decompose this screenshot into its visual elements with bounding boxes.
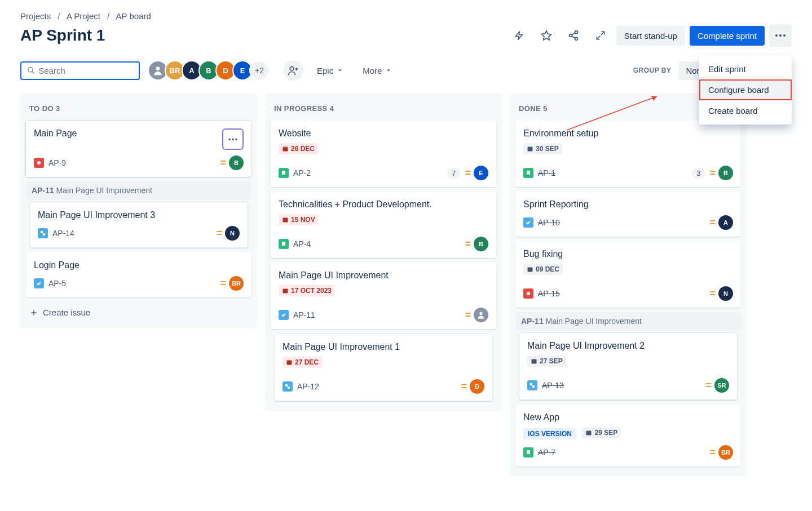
assignee-avatar[interactable]: B (718, 166, 733, 180)
automation-icon[interactable] (508, 24, 531, 47)
issue-card[interactable]: Sprint Reporting AP-10 = A (515, 192, 741, 237)
svg-rect-35 (532, 359, 537, 364)
issue-key: AP-7 (538, 448, 555, 457)
more-filter[interactable]: More (357, 61, 398, 80)
svg-rect-20 (41, 231, 43, 233)
column-done: DONE 5 Environment setup 30 SEP AP-1 3 =… (510, 93, 747, 477)
issue-card[interactable]: Environment setup 30 SEP AP-1 3 = B (515, 121, 741, 187)
card-title: New App (523, 412, 733, 423)
assignee-avatar[interactable]: B (474, 237, 488, 251)
complete-sprint-button[interactable]: Complete sprint (690, 26, 765, 46)
priority-icon: = (216, 228, 220, 239)
page-header: AP Sprint 1 Start stand-up Complete spri… (20, 24, 792, 47)
estimate-badge: 3 (692, 168, 705, 179)
epic-filter[interactable]: Epic (311, 61, 349, 80)
assignee-avatar[interactable]: D (470, 379, 484, 394)
group-by-label: GROUP BY (633, 66, 672, 74)
configure-board-item[interactable]: Configure board (699, 79, 792, 100)
due-date-badge: 09 DEC (523, 264, 563, 275)
svg-point-1 (569, 34, 572, 37)
more-actions-button[interactable] (769, 24, 792, 47)
board: TO DO 3 Main Page AP-9 = B (20, 93, 792, 477)
edit-sprint-item[interactable]: Edit sprint (699, 59, 792, 79)
issue-card[interactable]: Main Page UI Improvement 3 AP-14 = N (29, 202, 248, 248)
svg-line-11 (32, 72, 34, 74)
issue-card[interactable]: Main Page AP-9 = B (26, 121, 251, 177)
issue-card[interactable]: New App IOS VERSION 29 SEP AP-7 = BR (515, 405, 741, 466)
issue-card[interactable]: Main Page UI Improvement 2 27 SEP AP-13 … (519, 332, 738, 400)
create-board-item[interactable]: Create board (699, 100, 792, 121)
assignee-avatar[interactable]: SR (714, 378, 729, 393)
due-date-badge: 27 SEP (527, 356, 566, 367)
calendar-icon (282, 287, 289, 294)
story-icon (279, 239, 289, 249)
priority-icon: = (709, 167, 714, 179)
issue-card[interactable]: Technicalities + Product Development. 15… (271, 192, 496, 258)
calendar-icon (531, 358, 537, 365)
subtask-icon (527, 380, 537, 390)
add-user-button[interactable] (283, 60, 303, 81)
avatar-more[interactable]: +2 (249, 60, 270, 81)
avatar-group: BR A B D E +2 (148, 60, 270, 81)
svg-rect-21 (43, 233, 45, 235)
story-icon (523, 168, 533, 178)
issue-card[interactable]: Website 26 DEC AP-2 7 = E (271, 121, 496, 187)
issue-card[interactable]: Main Page UI Improvement 1 27 DEC AP-12 … (274, 334, 493, 401)
breadcrumb-projects[interactable]: Projects (20, 11, 51, 21)
card-title: Login Page (34, 260, 244, 270)
search-icon (27, 66, 35, 75)
issue-key: AP-12 (297, 382, 319, 391)
bug-icon (523, 288, 533, 299)
search-input[interactable] (38, 66, 133, 75)
subtask-icon (283, 381, 293, 392)
task-icon (279, 310, 289, 320)
breadcrumb-board[interactable]: AP board (116, 11, 151, 21)
issue-card[interactable]: Main Page UI Improvement 17 OCT 2023 AP-… (271, 263, 496, 329)
priority-icon: = (465, 238, 469, 250)
search-box[interactable] (20, 61, 140, 80)
bug-icon (34, 158, 44, 168)
assignee-avatar[interactable]: BR (229, 276, 244, 291)
priority-icon: = (465, 309, 469, 321)
assignee-avatar[interactable]: B (229, 155, 244, 170)
calendar-icon (585, 429, 592, 436)
issue-card[interactable]: Bug fixing 09 DEC AP-15 = N (515, 241, 741, 308)
label-badge: IOS VERSION (523, 428, 576, 439)
issue-key: AP-1 (538, 168, 555, 177)
card-actions-button[interactable] (222, 128, 244, 150)
due-date-badge: 30 SEP (523, 143, 562, 154)
breadcrumb-project[interactable]: A Project (67, 11, 100, 21)
assignee-avatar[interactable]: E (474, 166, 488, 180)
svg-point-34 (527, 292, 530, 295)
assignee-avatar[interactable]: BR (718, 445, 733, 460)
svg-rect-26 (283, 218, 288, 223)
page-title: AP Sprint 1 (20, 26, 105, 45)
svg-rect-33 (528, 268, 533, 272)
start-standup-button[interactable]: Start stand-up (616, 26, 685, 46)
swimlane-header[interactable]: AP-11 Main Page UI Improvement (515, 312, 741, 330)
share-icon[interactable] (562, 24, 585, 47)
assignee-avatar[interactable] (474, 308, 488, 322)
svg-rect-31 (288, 386, 290, 389)
board-toolbar: BR A B D E +2 Epic More GROUP BY None In… (20, 60, 792, 81)
story-icon (279, 168, 289, 178)
swimlane-header[interactable]: AP-11 Main Page UI Improvement (26, 181, 251, 199)
issue-key: AP-9 (48, 158, 66, 167)
assignee-avatar[interactable]: N (225, 226, 240, 241)
issue-card[interactable]: Login Page AP-5 = BR (26, 252, 251, 297)
svg-rect-32 (528, 147, 533, 152)
issue-key: AP-4 (293, 239, 311, 248)
issue-key: AP-11 (293, 310, 315, 319)
assignee-avatar[interactable]: A (718, 215, 733, 230)
priority-icon: = (220, 157, 224, 169)
plus-icon (29, 308, 38, 317)
star-icon[interactable] (535, 24, 558, 47)
assignee-avatar[interactable]: N (718, 286, 733, 301)
priority-icon: = (709, 447, 714, 459)
svg-point-7 (783, 34, 785, 37)
fullscreen-icon[interactable] (589, 24, 612, 47)
issue-key: AP-5 (48, 279, 66, 288)
create-issue-button[interactable]: Create issue (26, 302, 251, 323)
issue-key: AP-2 (293, 168, 311, 177)
svg-line-3 (572, 33, 575, 34)
